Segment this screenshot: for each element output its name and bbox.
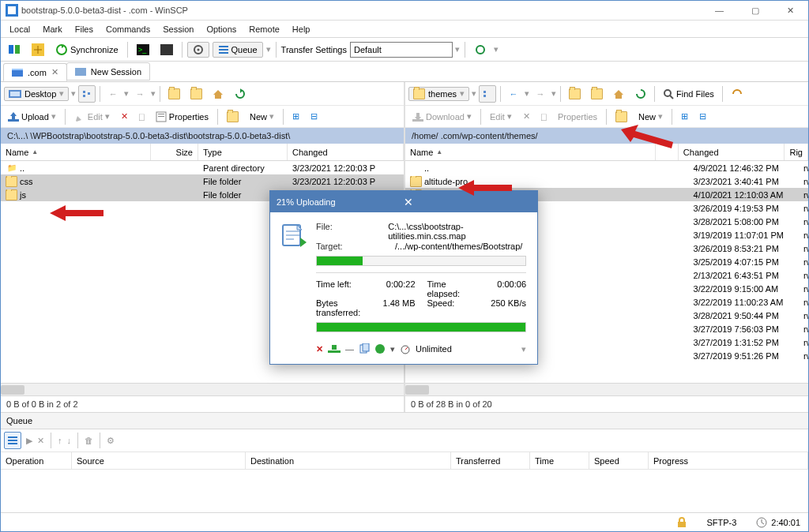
queue-button[interactable]: Queue — [213, 42, 263, 58]
menu-session[interactable]: Session — [157, 22, 199, 36]
add-bookmark-icon[interactable]: ⊞ — [288, 109, 303, 124]
svg-rect-19 — [10, 92, 20, 96]
time-elapsed: 0:00:06 — [476, 279, 526, 298]
remote-path[interactable]: /home/ .com/wp-content/themes/ — [405, 128, 808, 144]
new-folder-icon[interactable] — [223, 109, 243, 125]
queue-down-icon[interactable]: ↓ — [67, 436, 72, 445]
transfer-settings-label: Transfer Settings — [281, 45, 347, 54]
table-row[interactable]: altitude-pro3/23/2021 3:40:41 PMrw: — [405, 174, 808, 188]
delete-icon[interactable]: ✕ — [117, 109, 132, 124]
tree-icon[interactable] — [78, 85, 96, 103]
menu-mark[interactable]: Mark — [37, 22, 67, 36]
maximize-button[interactable]: ▢ — [737, 1, 773, 20]
new-session-button[interactable]: New Session — [66, 62, 150, 81]
edit-button[interactable]: Edit▾ — [70, 109, 114, 125]
time-left: 0:00:22 — [366, 279, 427, 298]
new-button[interactable]: New▾ — [246, 109, 278, 124]
speed-limit-icon[interactable] — [400, 343, 411, 354]
svg-rect-1 — [8, 6, 16, 14]
transfer-settings-select[interactable] — [350, 42, 453, 58]
remove-bookmark-icon[interactable]: ⊟ — [695, 109, 710, 124]
table-row[interactable]: ..4/9/2021 12:46:32 PMrw: — [405, 161, 808, 174]
cancel-transfer-icon[interactable]: ✕ — [316, 344, 323, 354]
minimize-transfer-icon[interactable] — [328, 343, 341, 354]
col-name[interactable]: Name▲ — [405, 144, 656, 160]
refresh-remote-icon[interactable] — [470, 41, 491, 58]
svg-point-14 — [476, 46, 484, 54]
home-icon[interactable] — [609, 86, 629, 102]
compare-dirs-icon[interactable] — [4, 41, 24, 58]
edit-button[interactable]: Edit▾ — [486, 109, 516, 124]
root-icon[interactable] — [587, 86, 607, 102]
table-row[interactable]: 📁..Parent directory3/23/2021 12:20:03 P — [1, 161, 404, 174]
session-tab-active[interactable]: .com ✕ — [3, 63, 67, 81]
col-rights[interactable]: Rig — [785, 144, 808, 160]
properties-button[interactable]: Properties — [152, 109, 213, 125]
home-icon[interactable] — [209, 86, 228, 102]
add-bookmark-icon[interactable]: ⊞ — [677, 109, 692, 124]
new-button[interactable]: New▾ — [634, 109, 667, 124]
window-title: bootstrap-5.0.0-beta3-dist - .com - WinS… — [21, 6, 702, 15]
download-button[interactable]: Download▾ — [408, 109, 476, 125]
forward-icon[interactable]: → — [131, 85, 149, 103]
local-path[interactable]: C:\...\ \WPBootstrap\bootstrap-5.0.0-bet… — [1, 128, 404, 144]
close-button[interactable]: ✕ — [773, 1, 808, 20]
delete-icon[interactable]: ✕ — [519, 109, 534, 124]
queue-list-icon[interactable] — [4, 432, 21, 449]
refresh-icon[interactable] — [631, 86, 650, 102]
synchronize-button[interactable]: Synchronize — [51, 41, 122, 58]
queue-settings-icon[interactable]: ⚙ — [107, 436, 115, 446]
queue-play-icon[interactable]: ▶ — [26, 436, 32, 446]
console-icon[interactable] — [156, 41, 177, 58]
table-row[interactable]: cssFile folder3/23/2021 12:20:03 P — [1, 174, 404, 188]
parent-dir-icon[interactable] — [164, 86, 184, 102]
dialog-close-icon[interactable]: ✕ — [404, 196, 531, 208]
rename-icon[interactable]: ⎕ — [135, 110, 149, 124]
refresh-icon[interactable] — [231, 86, 250, 102]
remove-bookmark-icon[interactable]: ⊟ — [307, 109, 322, 124]
col-type[interactable]: Type — [198, 144, 288, 160]
root-icon[interactable] — [186, 86, 206, 102]
remote-dir-select[interactable]: themes▾ — [408, 87, 469, 101]
remote-hscroll[interactable] — [405, 383, 808, 395]
properties-button[interactable]: Properties — [554, 110, 601, 124]
local-hscroll[interactable] — [1, 383, 404, 395]
tree-icon[interactable] — [479, 85, 496, 103]
queue-remove-icon[interactable]: 🗑 — [85, 436, 93, 445]
rename-icon[interactable]: ⎕ — [537, 110, 551, 124]
back-icon[interactable]: ← — [505, 85, 522, 103]
gear-icon[interactable] — [187, 42, 209, 58]
menu-commands[interactable]: Commands — [100, 22, 156, 36]
menu-local[interactable]: Local — [4, 22, 36, 36]
col-changed[interactable]: Changed — [679, 144, 785, 160]
minimize-button[interactable]: — — [702, 1, 737, 20]
local-drive-select[interactable]: Desktop▾ — [4, 87, 69, 101]
back-icon[interactable]: ← — [104, 85, 122, 103]
sync-browse-icon[interactable] — [28, 41, 48, 58]
menu-files[interactable]: Files — [70, 22, 99, 36]
queue-header: Operation Source Destination Transferred… — [1, 451, 808, 470]
upload-button[interactable]: Upload▾ — [4, 109, 60, 125]
col-changed[interactable]: Changed — [288, 144, 404, 160]
col-size[interactable]: Size — [151, 144, 198, 160]
remote-status: 0 B of 28 B in 0 of 20 — [405, 395, 808, 412]
menu-options[interactable]: Options — [201, 22, 242, 36]
forward-icon[interactable]: → — [532, 85, 549, 103]
close-tab-icon[interactable]: ✕ — [51, 67, 58, 77]
col-name[interactable]: Name▲ — [1, 144, 151, 160]
menu-help[interactable]: Help — [287, 22, 316, 36]
queue-up-icon[interactable]: ↑ — [58, 436, 62, 445]
queue-body[interactable] — [1, 470, 808, 512]
copy-icon[interactable] — [359, 343, 370, 354]
menu-remote[interactable]: Remote — [243, 22, 285, 36]
sync-remote-icon[interactable] — [727, 86, 747, 102]
move-icon[interactable] — [374, 343, 386, 354]
find-files-button[interactable]: Find Files — [659, 86, 718, 102]
col-size[interactable] — [656, 144, 679, 160]
queue-delete-icon[interactable]: ✕ — [37, 436, 44, 446]
parent-dir-icon[interactable] — [565, 86, 585, 102]
svg-rect-38 — [8, 436, 17, 438]
svg-rect-28 — [158, 114, 164, 114]
new-folder-icon[interactable] — [611, 109, 631, 125]
terminal-icon[interactable]: >_ — [133, 41, 153, 58]
